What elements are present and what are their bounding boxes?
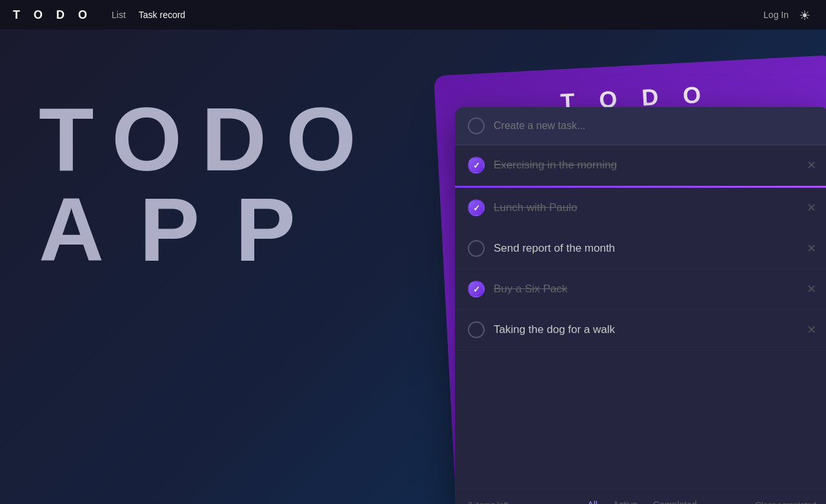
- task-item: Buy a Six Pack ✕: [455, 269, 826, 310]
- task-text-4: Buy a Six Pack: [494, 283, 798, 296]
- task-item: Send report of the month ✕: [455, 228, 826, 269]
- create-task-input[interactable]: [494, 120, 816, 132]
- task-checkbox-3[interactable]: [468, 240, 485, 257]
- filter-active[interactable]: Active: [610, 498, 640, 504]
- items-left-count: 2 items left: [468, 500, 584, 505]
- todo-card: Exercising in the morning ✕ Lunch with P…: [455, 107, 826, 504]
- task-item: Lunch with Paulo ✕: [455, 188, 826, 228]
- nav-link-task-record[interactable]: Task record: [139, 10, 185, 20]
- task-item: Exercising in the morning ✕: [455, 145, 826, 186]
- create-task-toggle[interactable]: [468, 117, 485, 134]
- hero-text: TODO APP: [39, 94, 376, 275]
- filter-all[interactable]: All: [585, 498, 600, 504]
- delete-task-1[interactable]: ✕: [807, 158, 816, 172]
- hero-app: APP: [39, 185, 376, 275]
- navbar: T O D O List Task record Log In ☀: [0, 0, 826, 30]
- clear-completed-button[interactable]: Clear completed: [700, 500, 816, 505]
- delete-task-5[interactable]: ✕: [807, 323, 816, 337]
- task-checkbox-4[interactable]: [468, 281, 485, 297]
- background: TODO APP T O D O Exercising in the morni…: [0, 30, 826, 504]
- create-task-area: [455, 107, 826, 145]
- hero-todo: TODO: [39, 94, 376, 185]
- nav-logo: T O D O: [13, 8, 92, 22]
- card-footer: 2 items left All Active Completed Clear …: [455, 489, 826, 504]
- delete-task-4[interactable]: ✕: [807, 282, 816, 296]
- task-checkbox-2[interactable]: [468, 199, 485, 216]
- filter-completed[interactable]: Completed: [650, 498, 700, 504]
- nav-right: Log In ☀: [763, 8, 813, 22]
- nav-link-list[interactable]: List: [112, 10, 126, 20]
- task-checkbox-5[interactable]: [468, 321, 485, 338]
- task-text-2: Lunch with Paulo: [494, 201, 798, 214]
- task-text-3: Send report of the month: [494, 242, 798, 255]
- task-text-1: Exercising in the morning: [494, 159, 798, 172]
- filter-tabs: All Active Completed: [584, 498, 700, 504]
- theme-toggle-icon[interactable]: ☀: [799, 8, 813, 22]
- task-text-5: Taking the dog for a walk: [494, 323, 798, 336]
- delete-task-2[interactable]: ✕: [807, 201, 816, 215]
- delete-task-3[interactable]: ✕: [807, 241, 816, 256]
- task-item: Taking the dog for a walk ✕: [455, 310, 826, 350]
- task-list: Exercising in the morning ✕ Lunch with P…: [455, 145, 826, 350]
- nav-login-button[interactable]: Log In: [763, 10, 789, 20]
- task-checkbox-1[interactable]: [468, 157, 485, 174]
